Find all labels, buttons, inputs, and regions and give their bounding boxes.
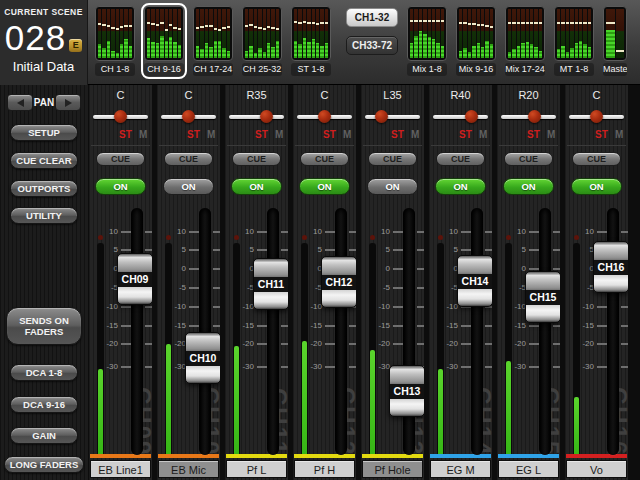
fader-cap[interactable]: CH09 xyxy=(117,253,152,305)
fader-tick-mark xyxy=(485,366,492,368)
meter-peak-hold xyxy=(124,25,127,27)
meter-bar xyxy=(419,9,422,58)
meter-bar xyxy=(124,9,127,58)
pan-knob[interactable] xyxy=(318,110,331,123)
fader-tick-mark xyxy=(417,287,424,289)
channel-name-label: EG M xyxy=(430,460,491,478)
fader-track[interactable] xyxy=(335,208,347,455)
fader-tick-mark xyxy=(281,325,288,327)
fader-cap[interactable]: CH12 xyxy=(321,256,356,308)
pan-knob[interactable] xyxy=(114,110,127,123)
cue-button[interactable]: CUE xyxy=(572,152,621,166)
pan-slider[interactable] xyxy=(93,109,148,125)
fader-cap[interactable]: CH14 xyxy=(457,255,492,307)
fader-track[interactable] xyxy=(131,208,143,455)
cue-button[interactable]: CUE xyxy=(300,152,349,166)
pan-knob[interactable] xyxy=(590,110,603,123)
pan-knob[interactable] xyxy=(182,110,195,123)
setup-button[interactable]: SETUP xyxy=(10,124,78,141)
pan-right-button[interactable] xyxy=(55,94,81,111)
on-button[interactable]: ON xyxy=(231,178,282,195)
on-button[interactable]: ON xyxy=(367,178,418,195)
on-button[interactable]: ON xyxy=(503,178,554,195)
pan-slider[interactable] xyxy=(229,109,284,125)
meter-tab-mix-17-24[interactable]: Mix 17-24 xyxy=(502,3,548,79)
meter-bar xyxy=(173,9,176,58)
meter-peak-hold xyxy=(436,20,439,22)
cue-button[interactable]: CUE xyxy=(368,152,417,166)
dca-9-16-button[interactable]: DCA 9-16 xyxy=(10,396,78,413)
meter-tab-ch-1-8[interactable]: CH 1-8 xyxy=(92,3,138,79)
meter-bar xyxy=(616,9,625,58)
fader-track[interactable] xyxy=(471,208,483,455)
meter-tab-master[interactable]: Master xyxy=(600,3,630,79)
fader-track[interactable] xyxy=(539,208,551,455)
pan-track xyxy=(229,115,284,119)
channel-strip-ch11: R35STMCUEON1050-5-10-15-20-30CH11CH11Pf … xyxy=(225,85,288,480)
outports-button[interactable]: OUTPORTS xyxy=(10,180,78,197)
meter-tab-mt-1-8[interactable]: MT 1-8 xyxy=(551,3,597,79)
on-button[interactable]: ON xyxy=(95,178,146,195)
cue-button[interactable]: CUE xyxy=(504,152,553,166)
on-button[interactable]: ON xyxy=(435,178,486,195)
meter-tab-mix-9-16[interactable]: Mix 9-16 xyxy=(453,3,499,79)
pan-slider[interactable] xyxy=(365,109,420,125)
fader-tick-mark xyxy=(145,366,152,368)
meter-bar-fill xyxy=(485,41,488,58)
cue-button[interactable]: CUE xyxy=(436,152,485,166)
cue-button[interactable]: CUE xyxy=(164,152,213,166)
meter-bar xyxy=(294,9,297,58)
utility-button[interactable]: UTILITY xyxy=(10,207,78,224)
pan-knob[interactable] xyxy=(375,110,388,123)
cue-button[interactable]: CUE xyxy=(232,152,281,166)
fader-track[interactable] xyxy=(267,208,279,455)
pan-slider[interactable] xyxy=(161,109,216,125)
meter-tab-mix-1-8[interactable]: Mix 1-8 xyxy=(404,3,450,79)
scene-panel[interactable]: CURRENT SCENE 028 E Initial Data xyxy=(0,0,88,85)
bank-ch1-32-button[interactable]: CH1-32 xyxy=(346,8,398,27)
fader-track[interactable] xyxy=(403,208,415,455)
sends-on-faders-button[interactable]: SENDS ON FADERS xyxy=(6,307,82,345)
meter-peak-hold xyxy=(249,24,252,26)
meter-bar xyxy=(165,9,168,58)
fader-cap[interactable]: CH10 xyxy=(185,332,220,384)
pan-slider[interactable] xyxy=(501,109,556,125)
pan-slider[interactable] xyxy=(569,109,624,125)
meter-tab-label: ST 1-8 xyxy=(291,63,331,76)
fader-cap[interactable]: CH15 xyxy=(525,271,560,323)
on-button[interactable]: ON xyxy=(163,178,214,195)
pan-knob[interactable] xyxy=(465,110,478,123)
fader-cap[interactable]: CH11 xyxy=(253,258,288,310)
meter-tab-ch-17-24[interactable]: CH 17-24 xyxy=(190,3,236,79)
meter-bar-fill xyxy=(325,43,328,58)
dca-1-8-button[interactable]: DCA 1-8 xyxy=(10,364,78,381)
pan-slider[interactable] xyxy=(433,109,488,125)
pan-knob[interactable] xyxy=(528,110,541,123)
meter-peak-hold xyxy=(312,22,315,24)
meter-bar xyxy=(298,9,301,58)
strip-divider xyxy=(499,145,558,146)
meter-bar xyxy=(485,9,488,58)
meter-tab-ch-9-16[interactable]: CH 9-16 xyxy=(141,3,187,79)
bank-ch33-72-button[interactable]: CH33-72 xyxy=(346,36,398,55)
fader-cap[interactable]: CH13 xyxy=(389,365,424,417)
on-button[interactable]: ON xyxy=(571,178,622,195)
cue-button[interactable]: CUE xyxy=(96,152,145,166)
long-faders-button[interactable]: LONG FADERS xyxy=(4,456,84,473)
level-meter xyxy=(573,243,580,457)
meter-bar-fill xyxy=(534,47,537,58)
on-button[interactable]: ON xyxy=(299,178,350,195)
meter-bar-fill xyxy=(490,44,493,58)
meter-bar xyxy=(320,9,323,58)
meter-display xyxy=(554,6,594,61)
meter-tab-ch-25-32[interactable]: CH 25-32 xyxy=(239,3,285,79)
meter-bar-fill xyxy=(276,41,279,58)
fader-cap[interactable]: CH16 xyxy=(593,241,628,293)
mono-assign-indicator: M xyxy=(207,129,215,140)
cue-clear-button[interactable]: CUE CLEAR xyxy=(10,152,78,169)
gain-button[interactable]: GAIN xyxy=(10,427,78,444)
pan-slider[interactable] xyxy=(297,109,352,125)
pan-knob[interactable] xyxy=(260,110,273,123)
meter-tab-st-1-8[interactable]: ST 1-8 xyxy=(288,3,334,79)
meter-peak-hold xyxy=(200,26,203,28)
